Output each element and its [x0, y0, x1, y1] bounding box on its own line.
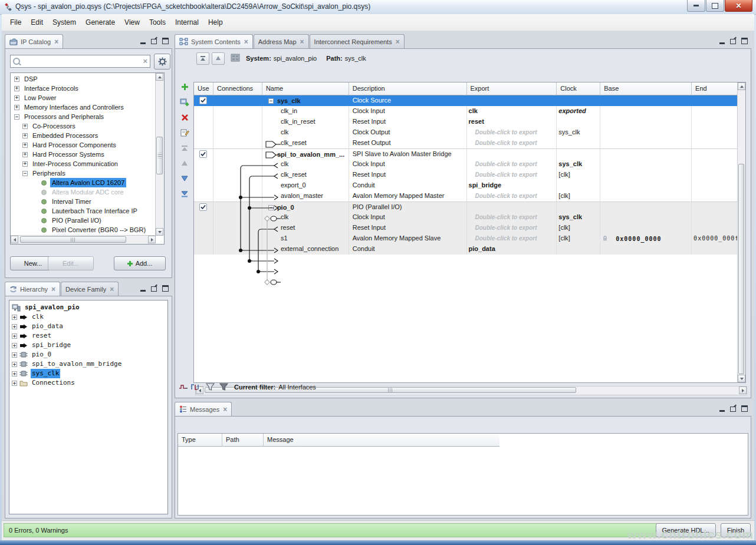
- tree-expand-icon[interactable]: +: [12, 352, 17, 358]
- scroll-thumb[interactable]: [738, 164, 744, 374]
- restore-button[interactable]: [706, 0, 724, 12]
- hierarchy-item[interactable]: spi_avalon_pio: [12, 303, 166, 312]
- tree-collapse-icon[interactable]: −: [268, 152, 274, 157]
- scroll-left-icon[interactable]: [11, 236, 18, 243]
- ip-tree-item[interactable]: +Low Power: [12, 93, 155, 103]
- scroll-thumb[interactable]: [20, 236, 126, 243]
- tab-close-icon[interactable]: ×: [396, 39, 400, 45]
- move-up-row-button[interactable]: [180, 158, 190, 168]
- connections-cell[interactable]: [213, 127, 262, 138]
- table-row[interactable]: clk_in_resetReset Inputreset: [194, 117, 738, 127]
- export-cell[interactable]: Double-click to export: [467, 127, 557, 138]
- remove-button[interactable]: [180, 113, 190, 122]
- ip-tree-item[interactable]: −Processors and Peripherals: [12, 112, 155, 121]
- ip-tree-item[interactable]: +DSP: [12, 74, 155, 84]
- add-system-button[interactable]: [180, 97, 190, 107]
- tree-expand-icon[interactable]: +: [14, 86, 19, 91]
- column-header-clock[interactable]: Clock: [557, 82, 600, 95]
- connections-cell[interactable]: [213, 202, 262, 213]
- connections-cell[interactable]: [213, 233, 262, 244]
- filter-funnel-icon[interactable]: [206, 383, 215, 391]
- hierarchy-item[interactable]: +sys_clk: [12, 369, 166, 378]
- tree-expand-icon[interactable]: +: [14, 105, 19, 110]
- panel-float-icon[interactable]: [151, 39, 157, 44]
- signals-icon[interactable]: [190, 383, 200, 391]
- export-cell[interactable]: [467, 202, 557, 213]
- tree-expand-icon[interactable]: +: [22, 124, 28, 129]
- export-cell[interactable]: Double-click to export: [467, 233, 557, 244]
- tree-expand-icon[interactable]: +: [12, 343, 17, 348]
- connections-cell[interactable]: [213, 212, 262, 223]
- ip-tree-vscrollbar[interactable]: [155, 73, 164, 236]
- checkbox-checked-icon[interactable]: [199, 97, 207, 104]
- edit-component-button[interactable]: [180, 128, 190, 137]
- export-cell[interactable]: [467, 149, 557, 160]
- scroll-right-icon[interactable]: [148, 236, 156, 243]
- connections-cell[interactable]: [213, 138, 262, 148]
- hierarchy-item[interactable]: +pio_data: [12, 322, 166, 331]
- add-button[interactable]: Add...: [114, 256, 166, 270]
- tab-ip-catalog[interactable]: IP Catalog ×: [5, 34, 63, 48]
- column-header-connections[interactable]: Connections: [213, 82, 262, 95]
- checkbox-checked-icon[interactable]: [199, 150, 207, 158]
- scroll-down-icon[interactable]: [738, 375, 745, 382]
- tab-close-icon[interactable]: ×: [244, 39, 248, 45]
- ip-tree-item[interactable]: Pixel Converter (BGR0 --> BGR): [12, 225, 155, 234]
- panel-minimize-icon[interactable]: [719, 38, 725, 44]
- column-header-end[interactable]: End: [692, 82, 738, 95]
- scroll-up-icon[interactable]: [738, 82, 745, 90]
- table-row[interactable]: −spi_to_avalon_mm_...SPI Slave to Avalon…: [194, 148, 738, 159]
- messages-column-type[interactable]: Type: [178, 434, 222, 447]
- tree-expand-icon[interactable]: +: [12, 333, 17, 339]
- export-cell[interactable]: Double-click to export: [467, 138, 557, 148]
- connections-cell[interactable]: [213, 106, 262, 117]
- export-cell[interactable]: [467, 95, 557, 106]
- tree-expand-icon[interactable]: +: [14, 77, 19, 82]
- table-row[interactable]: avalon_masterAvalon Memory Mapped Master…: [194, 191, 738, 202]
- move-down-row-button[interactable]: [180, 174, 190, 183]
- tree-expand-icon[interactable]: +: [12, 381, 17, 386]
- export-cell[interactable]: pio_data: [467, 244, 557, 255]
- ip-tree-item[interactable]: +Interface Protocols: [12, 84, 155, 93]
- tab-device-family[interactable]: Device Family ×: [61, 282, 119, 296]
- export-cell[interactable]: Double-click to export: [467, 170, 557, 180]
- connections-cell[interactable]: [213, 159, 262, 170]
- tree-expand-icon[interactable]: +: [22, 133, 28, 138]
- tab-hierarchy[interactable]: Hierarchy ×: [5, 282, 60, 296]
- menu-help[interactable]: Help: [203, 16, 228, 28]
- tree-collapse-icon[interactable]: −: [268, 98, 274, 104]
- table-row[interactable]: s1Avalon Memory Mapped SlaveDouble-click…: [194, 233, 738, 244]
- hierarchy-item[interactable]: +spi_to_avalon_mm_bridge: [12, 359, 166, 369]
- tab-close-icon[interactable]: ×: [54, 39, 58, 45]
- table-row[interactable]: −pio_0PIO (Parallel I/O): [194, 202, 738, 212]
- tree-collapse-icon[interactable]: −: [268, 205, 274, 210]
- export-cell[interactable]: Double-click to export: [467, 191, 557, 202]
- export-cell[interactable]: spi_bridge: [467, 180, 557, 191]
- tree-collapse-icon[interactable]: −: [14, 114, 19, 120]
- panel-float-icon[interactable]: [730, 407, 736, 412]
- table-row[interactable]: export_0Conduitspi_bridge: [194, 180, 738, 191]
- ip-tree-item[interactable]: Interval Timer: [12, 197, 155, 206]
- export-cell[interactable]: Double-click to export: [467, 212, 557, 223]
- connections-cell[interactable]: [213, 244, 262, 255]
- table-vscrollbar[interactable]: [737, 82, 745, 382]
- ip-tree-item[interactable]: +Memory Interfaces and Controllers: [12, 103, 155, 112]
- connections-cell[interactable]: [213, 95, 262, 106]
- connections-cell[interactable]: [213, 170, 262, 180]
- connections-cell[interactable]: [213, 117, 262, 127]
- table-row[interactable]: clkClock InputDouble-click to exportsys_…: [194, 159, 738, 170]
- move-bottom-button[interactable]: [180, 189, 190, 199]
- scroll-up-icon[interactable]: [156, 73, 163, 81]
- tree-expand-icon[interactable]: +: [22, 152, 28, 157]
- connections-cell[interactable]: [213, 223, 262, 233]
- tab-close-icon[interactable]: ×: [51, 286, 55, 292]
- column-header-description[interactable]: Description: [349, 82, 467, 95]
- ip-tree-item[interactable]: Altera Avalon LCD 16207: [12, 178, 155, 187]
- base-address[interactable]: 0x0000_0000: [616, 234, 661, 244]
- checkbox-checked-icon[interactable]: [199, 203, 207, 211]
- clear-search-icon[interactable]: ×: [143, 57, 147, 65]
- move-top-button[interactable]: [180, 143, 190, 153]
- panel-float-icon[interactable]: [151, 286, 157, 292]
- timing-diagram-icon[interactable]: [179, 383, 188, 391]
- messages-column-message[interactable]: Message: [264, 434, 499, 447]
